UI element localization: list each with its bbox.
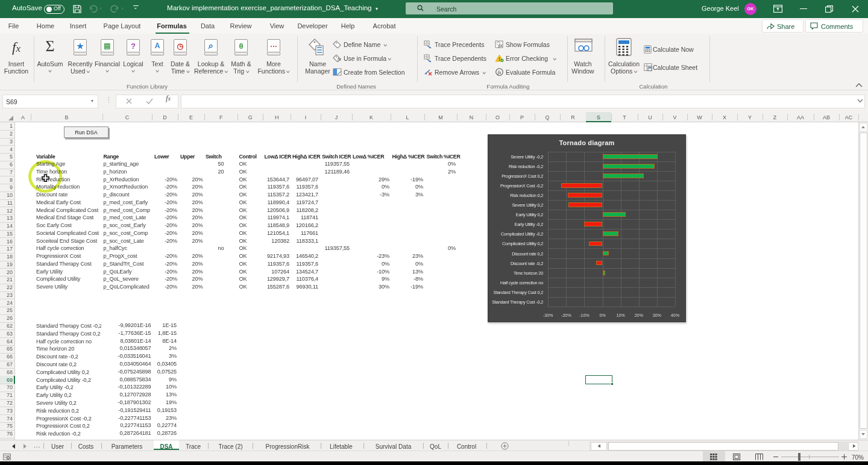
svg-text:fx: fx bbox=[498, 42, 503, 48]
svg-text:fx: fx bbox=[498, 69, 502, 75]
svg-text:fx: fx bbox=[338, 57, 341, 61]
svg-text:!: ! bbox=[498, 56, 500, 62]
